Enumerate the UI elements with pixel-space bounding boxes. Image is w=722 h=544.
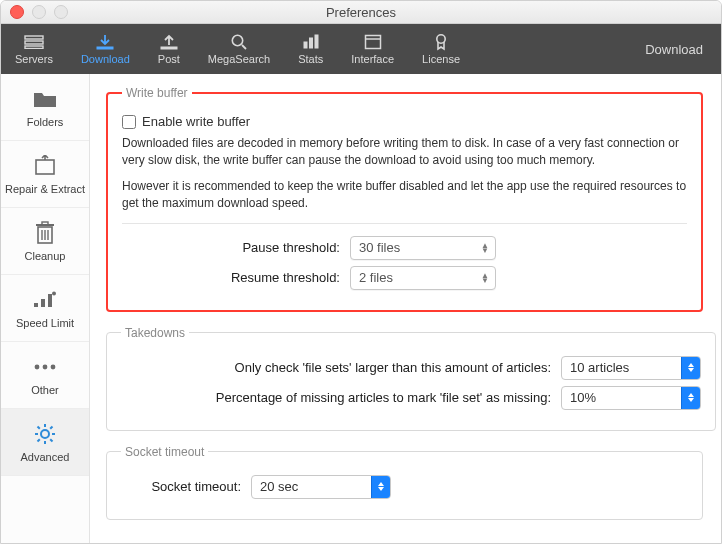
socket-label: Socket timeout: xyxy=(121,479,241,494)
dots-icon xyxy=(31,354,59,380)
sidebar-item-label: Cleanup xyxy=(25,250,66,262)
svg-rect-8 xyxy=(315,35,318,48)
svg-rect-18 xyxy=(42,222,48,225)
socket-timeout-group: Socket timeout Socket timeout: 20 sec xyxy=(106,445,703,520)
write-buffer-desc2: However it is recommended to keep the wr… xyxy=(122,178,687,213)
gear-icon xyxy=(31,421,59,447)
toolbar-label: Post xyxy=(158,53,180,65)
toolbar-stats[interactable]: Stats xyxy=(284,24,337,74)
download-icon xyxy=(95,33,115,51)
svg-point-22 xyxy=(52,292,56,296)
interface-icon xyxy=(363,33,383,51)
svg-point-5 xyxy=(232,35,242,45)
toolbar-label: Download xyxy=(81,53,130,65)
sidebar-item-speed-limit[interactable]: Speed Limit xyxy=(1,275,89,342)
takedowns-row1-label: Only check 'file sets' larger than this … xyxy=(121,360,551,375)
svg-rect-1 xyxy=(25,41,43,44)
stats-icon xyxy=(301,33,321,51)
svg-rect-0 xyxy=(25,36,43,39)
upload-icon xyxy=(159,33,179,51)
sidebar-item-label: Repair & Extract xyxy=(5,183,85,195)
svg-line-32 xyxy=(50,439,52,441)
toolbar-section-title: Download xyxy=(645,42,721,57)
toolbar-label: Interface xyxy=(351,53,394,65)
takedowns-legend: Takedowns xyxy=(121,326,189,340)
popup-value: 10% xyxy=(570,390,596,405)
preferences-window: Preferences Servers Download Post MegaSe… xyxy=(0,0,722,544)
resume-threshold-row: Resume threshold: 2 files ▲▼ xyxy=(122,266,687,290)
toolbar-label: License xyxy=(422,53,460,65)
chevron-updown-icon xyxy=(681,357,700,379)
takedowns-articles-popup[interactable]: 10 articles xyxy=(561,356,701,380)
sidebar-item-advanced[interactable]: Advanced xyxy=(1,409,89,476)
pause-threshold-label: Pause threshold: xyxy=(122,240,340,255)
sidebar-item-folders[interactable]: Folders xyxy=(1,74,89,141)
search-icon xyxy=(229,33,249,51)
takedowns-row2-label: Percentage of missing articles to mark '… xyxy=(121,390,551,405)
write-buffer-group: Write buffer Enable write buffer Downloa… xyxy=(106,86,703,312)
sidebar-item-other[interactable]: Other xyxy=(1,342,89,409)
body: Folders Repair & Extract Cleanup Speed L… xyxy=(1,74,721,543)
divider xyxy=(122,223,687,224)
license-icon xyxy=(431,33,451,51)
popup-value: 10 articles xyxy=(570,360,629,375)
pause-threshold-value: 30 files xyxy=(359,240,400,255)
enable-write-buffer-row[interactable]: Enable write buffer xyxy=(122,114,687,129)
pause-threshold-stepper[interactable]: 30 files ▲▼ xyxy=(350,236,496,260)
svg-rect-12 xyxy=(36,160,54,174)
svg-rect-6 xyxy=(304,42,307,48)
sidebar-item-label: Speed Limit xyxy=(16,317,74,329)
pause-threshold-row: Pause threshold: 30 files ▲▼ xyxy=(122,236,687,260)
toolbar-download[interactable]: Download xyxy=(67,24,144,74)
toolbar-license[interactable]: License xyxy=(408,24,474,74)
toolbar-interface[interactable]: Interface xyxy=(337,24,408,74)
svg-rect-19 xyxy=(34,303,38,307)
svg-line-34 xyxy=(50,427,52,429)
titlebar: Preferences xyxy=(1,1,721,24)
takedowns-row1: Only check 'file sets' larger than this … xyxy=(121,356,701,380)
svg-point-25 xyxy=(51,365,56,370)
svg-rect-3 xyxy=(97,47,113,49)
extract-icon xyxy=(31,153,59,179)
svg-line-33 xyxy=(38,439,40,441)
sidebar: Folders Repair & Extract Cleanup Speed L… xyxy=(1,74,90,543)
stepper-arrows-icon: ▲▼ xyxy=(481,273,489,283)
trash-icon xyxy=(31,220,59,246)
sidebar-item-label: Folders xyxy=(27,116,64,128)
speed-icon xyxy=(31,287,59,313)
sidebar-item-label: Advanced xyxy=(21,451,70,463)
window-title: Preferences xyxy=(1,5,721,20)
enable-write-buffer-checkbox[interactable] xyxy=(122,115,136,129)
enable-write-buffer-label: Enable write buffer xyxy=(142,114,250,129)
toolbar-label: Stats xyxy=(298,53,323,65)
chevron-updown-icon xyxy=(681,387,700,409)
svg-point-24 xyxy=(43,365,48,370)
socket-row: Socket timeout: 20 sec xyxy=(121,475,688,499)
toolbar-servers[interactable]: Servers xyxy=(1,24,67,74)
toolbar: Servers Download Post MegaSearch Stats I… xyxy=(1,24,721,74)
resume-threshold-value: 2 files xyxy=(359,270,393,285)
svg-rect-20 xyxy=(41,299,45,307)
toolbar-label: MegaSearch xyxy=(208,53,270,65)
takedowns-row2: Percentage of missing articles to mark '… xyxy=(121,386,701,410)
resume-threshold-stepper[interactable]: 2 files ▲▼ xyxy=(350,266,496,290)
toolbar-post[interactable]: Post xyxy=(144,24,194,74)
servers-icon xyxy=(24,33,44,51)
svg-point-23 xyxy=(35,365,40,370)
stepper-arrows-icon: ▲▼ xyxy=(481,243,489,253)
write-buffer-desc1: Downloaded files are decoded in memory b… xyxy=(122,135,687,170)
svg-point-11 xyxy=(437,35,445,43)
socket-legend: Socket timeout xyxy=(121,445,208,459)
svg-rect-21 xyxy=(48,294,52,307)
socket-timeout-popup[interactable]: 20 sec xyxy=(251,475,391,499)
toolbar-label: Servers xyxy=(15,53,53,65)
sidebar-item-repair-extract[interactable]: Repair & Extract xyxy=(1,141,89,208)
sidebar-item-label: Other xyxy=(31,384,59,396)
svg-rect-4 xyxy=(161,47,177,49)
svg-rect-9 xyxy=(365,36,380,49)
toolbar-megasearch[interactable]: MegaSearch xyxy=(194,24,284,74)
svg-rect-7 xyxy=(309,38,312,48)
sidebar-item-cleanup[interactable]: Cleanup xyxy=(1,208,89,275)
takedowns-percent-popup[interactable]: 10% xyxy=(561,386,701,410)
svg-rect-2 xyxy=(25,46,43,49)
